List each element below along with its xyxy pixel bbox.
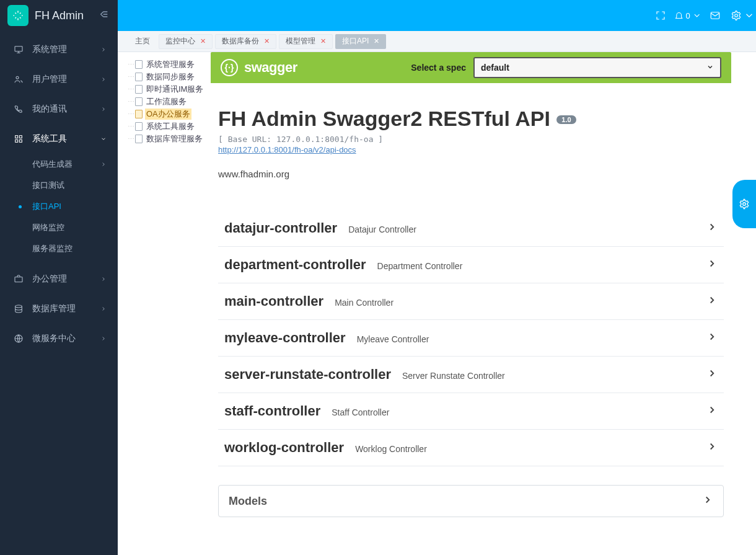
grid-icon [11, 134, 26, 144]
svg-rect-7 [19, 140, 22, 142]
chevron-right-icon [706, 368, 718, 381]
svg-point-9 [15, 305, 22, 308]
phone-icon [11, 104, 26, 114]
tab-monitor-center[interactable]: 监控中心✕ [159, 34, 213, 49]
document-icon [135, 122, 143, 131]
controller-row[interactable]: worklog-controllerWorklog Controller [218, 430, 724, 466]
service-node[interactable]: ⋯数据库管理服务 [121, 133, 208, 145]
sidebar-item-label: 接口测试 [32, 180, 64, 191]
swagger-header: {·} swagger Select a spec default [211, 52, 731, 83]
document-icon [135, 73, 143, 81]
controller-desc: Department Controller [377, 261, 463, 271]
chevron-right-icon [706, 331, 718, 345]
sidebar-item-label: 代码生成器 [32, 159, 73, 170]
tab-api[interactable]: 接口API✕ [335, 34, 386, 49]
sidebar-item-label: 办公管理 [32, 273, 67, 285]
sidebar-item-label: 数据库管理 [32, 303, 76, 314]
sidebar-item-label: 系统工具 [32, 133, 67, 144]
controller-row[interactable]: department-controllerDepartment Controll… [218, 247, 724, 283]
svg-rect-8 [15, 277, 22, 282]
close-icon[interactable]: ✕ [200, 37, 206, 45]
controller-name: department-controller [224, 257, 366, 273]
service-node-label: 工作流服务 [145, 96, 188, 107]
sidebar-sub-code-generator[interactable]: 代码生成器 [0, 154, 118, 175]
sidebar-item-database-management[interactable]: 数据库管理 [0, 294, 118, 324]
chevron-right-icon [706, 441, 718, 455]
document-icon [135, 135, 143, 143]
controller-desc: Datajur Controller [348, 224, 416, 234]
tab-model-mgmt[interactable]: 模型管理✕ [279, 34, 333, 49]
users-icon [11, 74, 26, 84]
close-icon[interactable]: ✕ [320, 37, 326, 45]
controller-row[interactable]: staff-controllerStaff Controller [218, 393, 724, 430]
tab-label: 模型管理 [286, 36, 315, 47]
service-node-label: 系统工具服务 [145, 121, 196, 132]
service-node[interactable]: ⋯即时通讯IM服务 [121, 83, 208, 95]
briefcase-icon [11, 274, 26, 284]
sidebar-collapse-button[interactable] [90, 9, 118, 22]
close-icon[interactable]: ✕ [374, 37, 379, 45]
monitor-icon [11, 45, 26, 55]
controller-row[interactable]: main-controllerMain Controller [218, 283, 724, 320]
controller-row[interactable]: server-runstate-controllerServer Runstat… [218, 357, 724, 393]
document-icon [135, 97, 143, 106]
sidebar-sub-api-test[interactable]: 接口测试 [0, 175, 118, 196]
tab-label: 监控中心 [165, 36, 195, 47]
service-node[interactable]: ⋯系统工具服务 [121, 120, 208, 133]
spec-value: default [481, 63, 509, 73]
api-title: FH Admin Swagger2 RESTful API [218, 107, 550, 130]
service-node-label: OA办公服务 [145, 109, 191, 120]
service-tree: ⋯系统管理服务 ⋯数据同步服务 ⋯即时通讯IM服务 ⋯工作流服务 ⋯OA办公服务… [118, 52, 211, 555]
sidebar-item-user-management[interactable]: 用户管理 [0, 64, 118, 94]
sidebar: 系统管理 用户管理 我的通讯 系统工具 代码生成器 接口测试 接口API [0, 31, 118, 555]
sidebar-item-microservices[interactable]: 微服务中心 [0, 324, 118, 353]
controller-list: datajur-controllerDatajur Controllerdepa… [218, 210, 724, 466]
sidebar-item-system-management[interactable]: 系统管理 [0, 35, 118, 64]
sidebar-item-system-tools[interactable]: 系统工具 [0, 124, 118, 154]
tab-home[interactable]: 主页 [129, 34, 156, 49]
fullscreen-button[interactable] [647, 0, 674, 31]
document-icon [135, 110, 143, 118]
chevron-right-icon [706, 404, 718, 418]
sidebar-item-label: 接口API [32, 201, 61, 212]
tab-db-backup[interactable]: 数据库备份✕ [215, 34, 276, 49]
service-node-selected[interactable]: ⋯OA办公服务 [121, 108, 208, 120]
sidebar-item-office-management[interactable]: 办公管理 [0, 264, 118, 294]
chevron-right-icon [100, 334, 107, 344]
controller-row[interactable]: myleave-controllerMyleave Controller [218, 320, 724, 357]
tab-bar: 主页 监控中心✕ 数据库备份✕ 模型管理✕ 接口API✕ [118, 31, 756, 52]
sidebar-sub-api-docs[interactable]: 接口API [0, 196, 118, 217]
notifications-button[interactable]: 0 [674, 0, 701, 31]
close-icon[interactable]: ✕ [264, 37, 270, 45]
models-section[interactable]: Models [218, 485, 724, 517]
service-node[interactable]: ⋯工作流服务 [121, 95, 208, 108]
controller-desc: Main Controller [335, 298, 393, 308]
chevron-right-icon [706, 295, 718, 308]
settings-button[interactable] [729, 0, 756, 31]
document-icon [135, 60, 143, 69]
sidebar-item-label: 用户管理 [32, 74, 67, 85]
sidebar-item-my-comm[interactable]: 我的通讯 [0, 94, 118, 124]
spec-label: Select a spec [411, 63, 466, 73]
mail-button[interactable] [701, 0, 729, 31]
service-node-label: 系统管理服务 [145, 59, 196, 70]
theme-settings-tab[interactable] [732, 180, 756, 228]
controller-name: main-controller [224, 293, 323, 309]
notifications-count: 0 [685, 11, 690, 20]
chevron-right-icon [702, 494, 713, 508]
swagger-brand: swagger [244, 60, 297, 76]
sidebar-item-label: 微服务中心 [32, 333, 76, 344]
topbar-brand-area: FH Admin [0, 0, 118, 31]
svg-rect-6 [15, 140, 18, 142]
controller-name: worklog-controller [224, 440, 344, 456]
sidebar-item-label: 网络监控 [32, 222, 64, 233]
document-icon [135, 85, 143, 94]
spec-select[interactable]: default [473, 57, 721, 78]
controller-row[interactable]: datajur-controllerDatajur Controller [218, 210, 724, 247]
api-docs-link[interactable]: http://127.0.0.1:8001/fh-oa/v2/api-docs [218, 145, 356, 154]
sidebar-sub-netmon[interactable]: 网络监控 [0, 217, 118, 238]
tab-label: 接口API [342, 36, 369, 47]
sidebar-sub-servermon[interactable]: 服务器监控 [0, 238, 118, 259]
service-node[interactable]: ⋯数据同步服务 [121, 71, 208, 83]
service-node[interactable]: ⋯系统管理服务 [121, 58, 208, 71]
